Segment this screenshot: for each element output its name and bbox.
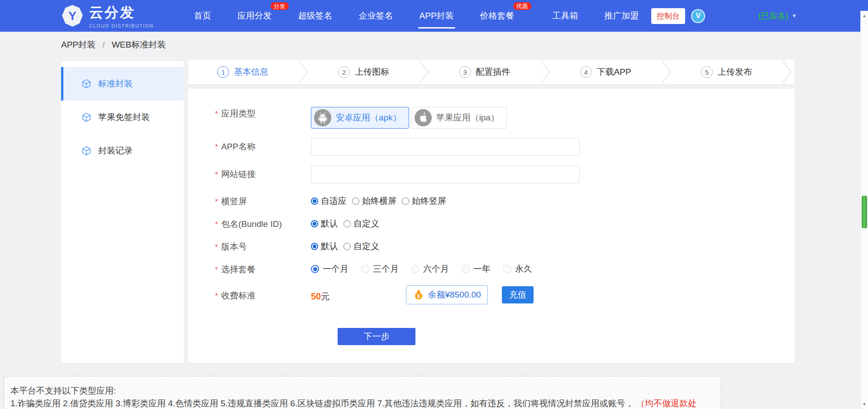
price-label: *收费标准 — [215, 285, 311, 302]
notice-title: 本平台不支持以下类型应用: — [10, 385, 715, 397]
radio-icon[interactable] — [411, 265, 420, 273]
android-icon — [314, 109, 331, 126]
nav-item-enterprise-sign[interactable]: 企业签名 — [346, 0, 406, 32]
next-step-button[interactable]: 下一步 — [338, 328, 415, 345]
plan-option-1-year[interactable]: 一年 — [462, 263, 491, 275]
orientation-label: *横竖屏 — [215, 195, 311, 207]
version-option-custom[interactable]: 自定义 — [343, 241, 379, 252]
chevron-right-icon — [660, 60, 672, 84]
bundle-id-label: *包名(Bundle ID) — [215, 217, 311, 230]
plan-option-1-month[interactable]: 一个月 — [311, 263, 348, 275]
sidebar-item-apple-nosign-packaging[interactable]: 苹果免签封装 — [61, 101, 184, 134]
bundle-option-custom[interactable]: 自定义 — [343, 218, 379, 230]
radio-icon[interactable] — [402, 197, 409, 205]
balance-display: ¥ 余额¥8500.00 — [406, 285, 488, 304]
avatar[interactable]: V — [691, 9, 705, 23]
console-button[interactable]: 控制台 — [651, 8, 685, 24]
breadcrumb-current: WEB标准封装 — [112, 40, 166, 49]
android-app-type-button[interactable]: 安卓应用（apk） — [311, 107, 409, 129]
chevron-right-icon — [539, 60, 551, 84]
navbar-right: 控制台 V (已实名) ▼ — [651, 0, 797, 32]
logo[interactable]: Y 云分发 CLOUD DISTRIBUTION — [61, 3, 154, 29]
site-url-input[interactable] — [311, 165, 580, 183]
orientation-option-portrait[interactable]: 始终竖屏 — [402, 195, 446, 207]
notice-body: 1.诈骗类应用 2.借贷类应用 3.博彩类应用 4.色情类应用 5.违规直播类应… — [10, 397, 715, 409]
top-navbar: Y 云分发 CLOUD DISTRIBUTION 首页 应用分发分发 超级签名 … — [0, 0, 868, 32]
plan-label: *选择套餐 — [215, 263, 311, 275]
sidebar-item-packaging-records[interactable]: 封装记录 — [61, 134, 184, 168]
apple-app-type-button[interactable]: 苹果应用（ipa） — [411, 107, 507, 129]
orientation-option-adaptive[interactable]: 自适应 — [311, 195, 347, 207]
vertical-scrollbar[interactable]: ▲ ▼ — [860, 11, 868, 409]
scrollbar-thumb[interactable] — [862, 196, 867, 228]
chevron-down-icon: ▼ — [792, 13, 797, 19]
radio-icon[interactable] — [352, 197, 359, 205]
radio-icon[interactable] — [311, 265, 319, 273]
basic-info-form-card: *应用类型 — [188, 89, 795, 363]
radio-icon[interactable] — [343, 220, 351, 227]
radio-icon[interactable] — [311, 220, 318, 227]
version-label: *版本号 — [215, 240, 311, 253]
balance-text: 余额¥8500.00 — [428, 289, 481, 301]
step-basic-info: 1基本信息 — [188, 66, 297, 78]
scroll-down-icon[interactable]: ▼ — [861, 402, 868, 407]
sidebar: 标准封装 苹果免签封装 封装记录 — [61, 61, 184, 363]
site-url-label: *网站链接 — [215, 165, 311, 184]
logo-subtitle: CLOUD DISTRIBUTION — [89, 23, 154, 29]
nav-item-app-packaging[interactable]: APP封装 — [406, 0, 467, 32]
discount-badge: 优惠 — [513, 2, 531, 10]
radio-icon[interactable] — [343, 243, 351, 250]
main-nav: 首页 应用分发分发 超级签名 企业签名 APP封装 价格套餐优惠 工具箱 推广加… — [181, 0, 652, 32]
plan-option-6-months[interactable]: 六个月 — [411, 263, 449, 275]
version-option-default[interactable]: 默认 — [311, 241, 338, 252]
chevron-right-icon — [418, 60, 430, 84]
nav-item-promotion[interactable]: 推广加盟 — [591, 0, 652, 32]
nav-item-pricing[interactable]: 价格套餐优惠 — [467, 0, 528, 32]
radio-icon[interactable] — [311, 197, 318, 205]
recharge-button[interactable]: 充值 — [502, 286, 534, 303]
breadcrumb-separator: / — [102, 40, 105, 49]
app-name-input[interactable] — [311, 138, 580, 156]
step-upload-icon: 2上传图标 — [309, 66, 418, 78]
platform-notice: 本平台不支持以下类型应用: 1.诈骗类应用 2.借贷类应用 3.博彩类应用 4.… — [4, 376, 721, 409]
price-amount: 50元 — [311, 287, 406, 303]
nav-item-super-sign[interactable]: 超级签名 — [285, 0, 346, 32]
cube-icon — [81, 79, 91, 89]
apple-icon — [415, 109, 432, 126]
logo-mark-icon: Y — [61, 5, 84, 27]
scroll-up-icon[interactable]: ▲ — [861, 13, 868, 18]
radio-icon[interactable] — [462, 265, 470, 273]
app-name-label: *APP名称 — [215, 138, 311, 156]
radio-icon[interactable] — [311, 243, 318, 250]
step-download-app: 4下载APP — [551, 66, 660, 78]
orientation-option-landscape[interactable]: 始终横屏 — [352, 195, 396, 207]
user-status-dropdown[interactable]: (已实名) ▼ — [758, 10, 797, 21]
step-upload-publish: 5上传发布 — [672, 66, 781, 78]
breadcrumb: APP封装 / WEB标准封装 — [61, 39, 166, 51]
nav-item-home[interactable]: 首页 — [181, 0, 224, 32]
svg-text:Y: Y — [68, 9, 76, 23]
breadcrumb-parent[interactable]: APP封装 — [61, 40, 95, 49]
step-configure-plugins: 3配置插件 — [430, 66, 539, 78]
verified-label: (已实名) — [758, 10, 788, 21]
money-bag-icon: ¥ — [413, 289, 424, 301]
radio-icon[interactable] — [361, 265, 369, 273]
radio-icon[interactable] — [503, 265, 511, 273]
sidebar-item-standard-packaging[interactable]: 标准封装 — [61, 67, 184, 101]
chevron-right-icon — [781, 60, 793, 84]
nav-item-app-distribution[interactable]: 应用分发分发 — [224, 0, 285, 32]
cube-icon — [81, 112, 91, 122]
bundle-option-default[interactable]: 默认 — [311, 218, 338, 230]
logo-title: 云分发 — [89, 3, 154, 22]
plan-option-3-months[interactable]: 三个月 — [361, 263, 399, 275]
plan-option-forever[interactable]: 永久 — [503, 263, 532, 275]
app-type-label: *应用类型 — [215, 107, 311, 120]
svg-text:¥: ¥ — [417, 294, 420, 299]
nav-item-toolbox[interactable]: 工具箱 — [539, 0, 591, 32]
step-wizard: 1基本信息 2上传图标 3配置插件 4下载APP 5上传发布 — [188, 60, 795, 84]
chevron-right-icon — [297, 60, 309, 84]
cube-icon — [81, 146, 91, 156]
